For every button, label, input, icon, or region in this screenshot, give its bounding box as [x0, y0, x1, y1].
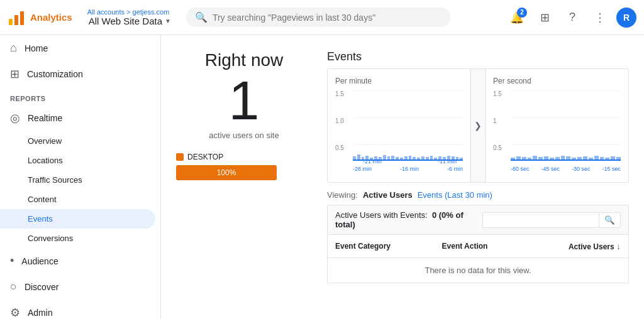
viewing-row: Viewing: Active Users Events (Last 30 mi…	[327, 183, 629, 205]
sort-icon[interactable]: ↓	[616, 241, 621, 251]
sidebar-item-admin[interactable]: ⚙ Admin	[0, 300, 160, 319]
x-label-30sec: -30 sec	[572, 166, 591, 172]
device-bar-wrapper: 100%	[176, 165, 277, 180]
x-label-15sec: -15 sec	[602, 166, 621, 172]
table-search: 🔍	[482, 212, 621, 228]
search-bar[interactable]: 🔍	[186, 8, 450, 27]
per-second-chart: Per second 1.5 1 0.5	[486, 69, 628, 182]
sidebar-label-admin: Admin	[28, 308, 53, 318]
notification-button[interactable]: 🔔 2	[506, 6, 528, 29]
no-data-message: There is no data for this view.	[328, 258, 629, 283]
per-second-label: Per second	[493, 77, 621, 85]
y-label-1-right: 1	[493, 117, 497, 124]
sidebar-item-customization[interactable]: ⊞ Customization	[0, 61, 160, 87]
sidebar-item-discover[interactable]: ○ Discover	[0, 274, 160, 300]
more-options-button[interactable]: ⋮	[589, 6, 611, 29]
y-label-0.5-left: 0.5	[335, 144, 344, 151]
table-search-input[interactable]	[482, 212, 599, 228]
customization-icon: ⊞	[10, 67, 19, 81]
app-name: Analytics	[30, 12, 72, 23]
per-minute-bars	[353, 95, 463, 160]
analytics-logo-icon	[8, 9, 25, 26]
help-button[interactable]: ?	[561, 6, 584, 29]
per-minute-chart: Per minute 1.5 1.0 0.5	[328, 69, 470, 182]
x-label-45sec: -45 sec	[541, 166, 560, 172]
events-table: Event Category Event Action Active Users…	[327, 235, 629, 283]
active-users-label-text: Active Users with Events:	[335, 210, 428, 220]
realtime-main: Right now 1 active users on site DESKTOP…	[176, 50, 629, 283]
right-now-label: Right now	[176, 50, 312, 70]
active-users-text: Active Users with Events: 0 (0% of total…	[335, 210, 482, 229]
account-title: All Web Site Data	[89, 16, 162, 26]
sidebar-label-audience: Audience	[21, 256, 58, 266]
sidebar: ⌂ Home ⊞ Customization REPORTS ◎ Realtim…	[0, 35, 161, 319]
per-minute-label: Per minute	[335, 77, 463, 85]
sidebar-subitem-traffic-sources[interactable]: Traffic Sources	[0, 170, 160, 190]
device-label: DESKTOP	[176, 153, 312, 161]
col-event-action: Event Action	[435, 235, 526, 258]
col-event-category: Event Category	[328, 235, 435, 258]
sidebar-subitem-overview[interactable]: Overview	[0, 131, 160, 151]
per-second-x-axis: -60 sec -45 sec -30 sec -15 sec	[511, 166, 621, 172]
viewing-link[interactable]: Events (Last 30 min)	[418, 190, 492, 200]
breadcrumb-site[interactable]: getjess.com	[133, 8, 170, 16]
chart-bottom-line	[353, 160, 463, 161]
device-pct-label: 100%	[217, 168, 236, 177]
per-second-chart-area: 1.5 1 0.5	[493, 90, 621, 172]
sidebar-label-realtime: Realtime	[28, 113, 62, 123]
breadcrumb-accounts[interactable]: All accounts	[87, 8, 125, 16]
svg-rect-0	[9, 19, 13, 25]
active-users-bar: Active Users with Events: 0 (0% of total…	[327, 205, 629, 235]
charts-row: Per minute 1.5 1.0 0.5	[327, 68, 629, 183]
reports-section-label: REPORTS	[0, 87, 160, 105]
notification-badge: 2	[517, 8, 527, 18]
device-breakdown: DESKTOP 100%	[176, 153, 312, 180]
sidebar-subitem-conversions[interactable]: Conversions	[0, 229, 160, 248]
search-input[interactable]	[213, 13, 441, 23]
y-label-1.5-right: 1.5	[493, 90, 502, 97]
svg-rect-2	[20, 11, 24, 25]
realtime-panel: Right now 1 active users on site DESKTOP…	[161, 35, 644, 298]
viewing-active[interactable]: Active Users	[363, 190, 413, 200]
chart-divider[interactable]: ❯	[470, 69, 486, 182]
realtime-icon: ◎	[10, 111, 20, 125]
y-label-1.5-left: 1.5	[335, 90, 344, 97]
x-label-6min: -6 min	[447, 166, 463, 172]
sidebar-subitem-locations[interactable]: Locations	[0, 151, 160, 170]
per-minute-chart-area: 1.5 1.0 0.5	[335, 90, 463, 172]
per-second-bars	[511, 95, 621, 160]
events-title: Events	[327, 50, 629, 63]
sidebar-item-realtime[interactable]: ◎ Realtime	[0, 105, 160, 131]
table-row-no-data: There is no data for this view.	[328, 258, 629, 283]
sidebar-subitem-content[interactable]: Content	[0, 190, 160, 209]
active-count: 1	[176, 73, 312, 128]
expand-icon: ❯	[474, 121, 482, 131]
col-active-users: Active Users ↓	[526, 235, 629, 258]
apps-button[interactable]: ⊞	[533, 6, 556, 29]
sidebar-label-customization: Customization	[27, 69, 83, 79]
search-icon: 🔍	[195, 11, 208, 23]
logo: Analytics	[8, 9, 72, 26]
viewing-label: Viewing:	[327, 190, 358, 200]
y-label-1.0-left: 1.0	[335, 117, 344, 124]
main-layout: ⌂ Home ⊞ Customization REPORTS ◎ Realtim…	[0, 35, 644, 319]
audience-icon: •	[10, 254, 14, 268]
avatar[interactable]: R	[616, 8, 636, 28]
breadcrumb: All accounts > getjess.com	[87, 8, 171, 16]
per-minute-x-axis: -26 min -16 min -6 min	[353, 166, 463, 172]
device-type: DESKTOP	[187, 153, 223, 161]
sidebar-item-home[interactable]: ⌂ Home	[0, 35, 160, 61]
account-selector[interactable]: All Web Site Data ▼	[89, 16, 171, 26]
sidebar-item-audience[interactable]: • Audience	[0, 248, 160, 274]
help-icon: ?	[569, 11, 575, 24]
sidebar-subitem-events[interactable]: Events	[0, 209, 155, 229]
topbar: Analytics All accounts > getjess.com All…	[0, 0, 644, 35]
more-icon: ⋮	[594, 11, 606, 24]
active-users-label: active users on site	[176, 131, 312, 140]
chevron-down-icon: ▼	[165, 18, 171, 24]
y-label-0.5-right: 0.5	[493, 144, 502, 151]
apps-icon: ⊞	[540, 11, 550, 24]
chart-bottom-line-right	[511, 160, 621, 161]
device-dot-icon	[176, 153, 184, 161]
table-search-button[interactable]: 🔍	[599, 212, 621, 228]
